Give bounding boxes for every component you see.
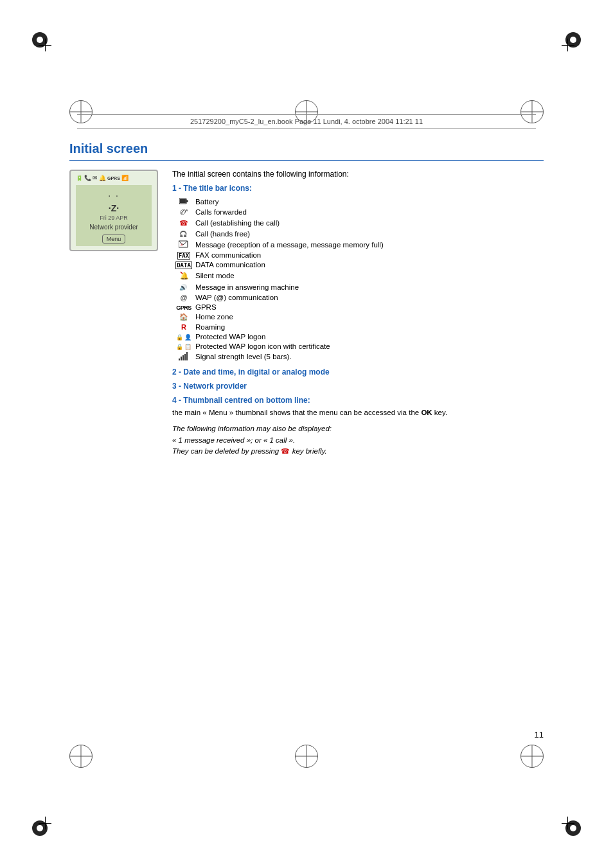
- icon-cell-hands-free: 🎧: [172, 228, 195, 239]
- home-icon: 🏠: [179, 313, 188, 321]
- icon-cell-home: 🏠: [172, 312, 195, 322]
- signal-icon: [179, 354, 189, 362]
- target-bc: [295, 745, 318, 768]
- phone-battery-icon: 🔋: [76, 175, 83, 181]
- label-gprs: GPRS: [195, 302, 544, 312]
- desc-italic-note: The following information may also be di…: [172, 423, 544, 457]
- table-row: GPRS GPRS: [172, 302, 544, 312]
- label-roaming: Roaming: [195, 322, 544, 332]
- fax-icon: FAX: [177, 252, 190, 260]
- table-row: 🔒 👤 Protected WAP logon: [172, 332, 544, 341]
- icon-cell-gprs: GPRS: [172, 302, 195, 312]
- target-br: [520, 745, 544, 768]
- svg-line-9: [183, 241, 188, 245]
- svg-rect-15: [181, 357, 182, 360]
- description-column: The initial screen contains the followin…: [172, 170, 544, 457]
- answering-icon: 🔊: [179, 284, 188, 292]
- icon-cell-wap-cert: 🔒 📋: [172, 341, 195, 351]
- page-number: 11: [535, 730, 544, 740]
- table-row: DATA DATA communication: [172, 260, 544, 269]
- label-wap-cert: Protected WAP logon icon with certificat…: [195, 341, 544, 351]
- label-calls-forwarded: Calls forwarded: [195, 206, 544, 217]
- subtitle-1: 1 - The title bar icons:: [172, 184, 544, 193]
- phone-screen-column: 🔋 📞 ✉ 🔔 GPRS 📶 · · ·Z· Fri 29 APR Networ…: [69, 170, 159, 251]
- phone-network: Network provider: [78, 224, 149, 231]
- table-row: 🔒 📋 Protected WAP logon icon with certif…: [172, 341, 544, 351]
- subtitle-4: 4 - Thumbnail centred on bottom line:: [172, 396, 544, 405]
- phone-screen-body: · · ·Z· Fri 29 APR Network provider Menu: [76, 185, 152, 246]
- phone-title-bar: 🔋 📞 ✉ 🔔 GPRS 📶: [76, 175, 152, 181]
- inline-phone-icon: ☎: [281, 447, 290, 455]
- crop-mark-bl: [39, 817, 51, 829]
- label-hands-free: Call (hands free): [195, 228, 544, 239]
- label-message: Message (reception of a message, message…: [195, 239, 544, 250]
- icon-cell-roaming: R: [172, 322, 195, 332]
- phone-gprs-icon: GPRS: [107, 176, 120, 181]
- label-silent: Silent mode: [195, 269, 544, 281]
- desc-intro: The initial screen contains the followin…: [172, 170, 544, 179]
- icon-cell-wap: @: [172, 292, 195, 302]
- icon-cell-data: DATA: [172, 260, 195, 269]
- label-wap: WAP (@) communication: [195, 292, 544, 302]
- hands-free-icon: 🎧: [179, 231, 188, 238]
- subtitle-2: 2 - Date and time, in digital or analog …: [172, 368, 544, 376]
- svg-text:☎: ☎: [179, 219, 188, 226]
- main-content: Initial screen 🔋 📞 ✉ 🔔 GPRS 📶 · ·: [69, 141, 544, 457]
- phone-signal-icon: 📶: [121, 175, 129, 181]
- content-columns: 🔋 📞 ✉ 🔔 GPRS 📶 · · ·Z· Fri 29 APR Networ…: [69, 170, 544, 457]
- label-answering: Message in answering machine: [195, 281, 544, 292]
- label-call-est: Call (establishing the call): [195, 217, 544, 228]
- table-row: 🔊 Message in answering machine: [172, 281, 544, 292]
- table-row: FAX FAX communication: [172, 250, 544, 260]
- wap-icon: @: [180, 294, 187, 301]
- section-title: Initial screen: [69, 141, 544, 161]
- label-fax: FAX communication: [195, 250, 544, 260]
- icon-cell-message: X: [172, 239, 195, 250]
- phone-fwd-icon: 📞: [84, 175, 91, 181]
- label-data: DATA communication: [195, 260, 544, 269]
- table-row: ✆ ↗ Calls forwarded: [172, 206, 544, 217]
- silent-icon: 🔔: [179, 273, 188, 281]
- icon-cell-silent: 🔔: [172, 269, 195, 281]
- svg-text:↗: ↗: [184, 208, 188, 214]
- phone-time: ·Z·: [78, 203, 149, 213]
- phone-dots: · ·: [78, 190, 149, 200]
- crop-mark-tr: [562, 39, 574, 51]
- table-row: @ WAP (@) communication: [172, 292, 544, 302]
- icon-cell-call-est: ☎: [172, 217, 195, 228]
- phone-date: Fri 29 APR: [78, 215, 149, 221]
- table-row: Signal strength level (5 bars).: [172, 351, 544, 362]
- phone-bell-icon: 🔔: [99, 175, 106, 181]
- roaming-icon: R: [181, 323, 186, 331]
- svg-rect-16: [182, 355, 184, 360]
- desc-4-text: the main « Menu » thumbnail shows that t…: [172, 409, 447, 416]
- svg-text:🎧: 🎧: [179, 230, 188, 237]
- phone-mail-icon: ✉: [93, 175, 98, 181]
- file-info-text: 251729200_myC5-2_lu_en.book Page 11 Lund…: [190, 118, 423, 125]
- icon-cell-battery: [172, 197, 195, 206]
- wap-logon-icon: 🔒 👤: [176, 334, 191, 341]
- svg-text:🔔: 🔔: [180, 271, 188, 279]
- crop-mark-br: [562, 817, 574, 829]
- icon-cell-answering: 🔊: [172, 281, 195, 292]
- icon-cell-wap-logon: 🔒 👤: [172, 332, 195, 341]
- calls-forwarded-icon: ✆ ↗: [179, 209, 188, 217]
- desc-text-4: the main « Menu » thumbnail shows that t…: [172, 407, 544, 418]
- call-establishing-icon: ☎: [179, 220, 188, 227]
- table-row: 🔔 Silent mode: [172, 269, 544, 281]
- icons-table: Battery ✆ ↗ Calls forwarded: [172, 197, 544, 362]
- icon-cell-fax: FAX: [172, 250, 195, 260]
- table-row: Battery: [172, 197, 544, 206]
- wap-cert-icon: 🔒 📋: [176, 344, 191, 350]
- label-home: Home zone: [195, 312, 544, 322]
- label-signal: Signal strength level (5 bars).: [195, 351, 544, 362]
- icon-cell-signal: [172, 351, 195, 362]
- phone-mock: 🔋 📞 ✉ 🔔 GPRS 📶 · · ·Z· Fri 29 APR Networ…: [69, 170, 158, 251]
- data-icon: DATA: [175, 261, 192, 269]
- icon-cell-fwd: ✆ ↗: [172, 206, 195, 217]
- file-info-bar: 251729200_myC5-2_lu_en.book Page 11 Lund…: [77, 114, 536, 128]
- svg-rect-14: [179, 359, 180, 360]
- table-row: 🏠 Home zone: [172, 312, 544, 322]
- label-wap-logon: Protected WAP logon: [195, 332, 544, 341]
- svg-rect-1: [180, 199, 186, 203]
